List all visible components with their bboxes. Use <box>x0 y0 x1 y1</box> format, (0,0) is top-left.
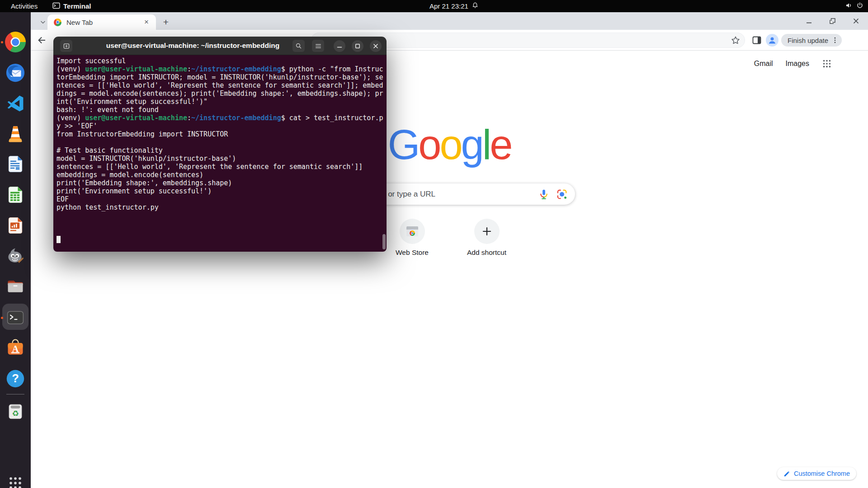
thunderbird-icon <box>5 62 26 83</box>
focused-app-indicator[interactable]: Terminal <box>52 0 91 12</box>
terminal-app-icon <box>52 2 60 10</box>
terminal-line: print('Environment setup successful!') <box>57 187 387 195</box>
terminal-line: embeddings = model.encode(sentences) <box>57 171 387 179</box>
tab-strip: New Tab × + <box>31 12 868 30</box>
activities-button[interactable]: Activities <box>11 0 38 12</box>
ubuntu-dock: A ? ♻ <box>0 12 31 488</box>
tab-new-tab[interactable]: New Tab × <box>47 14 156 30</box>
libreoffice-writer-icon <box>5 154 25 174</box>
help-icon: ? <box>5 369 25 389</box>
shortcut-label: Add shortcut <box>467 249 506 257</box>
close-window-icon[interactable] <box>850 15 862 27</box>
dock-item-vlc[interactable] <box>5 123 26 145</box>
terminal-scrollbar-thumb[interactable] <box>382 234 386 249</box>
terminal-line: ntences = [['Hello world', 'Represent th… <box>57 81 387 89</box>
dock-item-gimp[interactable] <box>5 245 26 267</box>
browser-window-controls <box>803 14 862 28</box>
dock-item-libreoffice-writer[interactable] <box>5 153 26 175</box>
activities-label: Activities <box>11 2 38 10</box>
customise-chrome-button[interactable]: Customise Chrome <box>777 467 856 480</box>
customise-chrome-label: Customise Chrome <box>794 470 850 477</box>
svg-text:♻: ♻ <box>12 409 19 418</box>
system-status-area[interactable] <box>845 0 863 12</box>
terminal-line: print('Embedding shape:', embeddings.sha… <box>57 179 387 187</box>
voice-search-mic-icon[interactable] <box>538 188 550 200</box>
terminal-line <box>57 220 387 228</box>
terminal-line: bash: !': event not found <box>57 106 387 114</box>
google-apps-grid-icon[interactable] <box>822 59 832 69</box>
profile-avatar[interactable] <box>766 34 778 47</box>
terminal-line: (venv) user@user-virtual-machine:~/instr… <box>57 114 387 122</box>
tab-close-icon[interactable]: × <box>142 17 151 27</box>
app-grid-icon <box>6 474 24 488</box>
google-lens-icon[interactable] <box>556 188 568 200</box>
new-tab-button[interactable]: + <box>160 16 172 28</box>
shortcut-add[interactable]: Add shortcut <box>462 219 512 257</box>
dock-item-files[interactable] <box>5 276 26 297</box>
terminal-line: torEmbedding import INSTRUCTOR; model = … <box>57 73 387 81</box>
chrome-running-indicator <box>1 41 3 43</box>
terminal-line: int('Environment setup successful!')" <box>57 98 387 106</box>
dock-item-libreoffice-impress[interactable] <box>5 215 26 236</box>
terminal-titlebar[interactable]: user@user-virtual-machine: ~/instructor-… <box>53 37 387 55</box>
shortcut-web-store[interactable]: Web Store <box>387 219 438 257</box>
chrome-favicon-icon <box>54 19 61 26</box>
dock-item-thunderbird[interactable] <box>5 62 26 84</box>
terminal-maximize-icon[interactable] <box>352 40 363 52</box>
maximize-icon[interactable] <box>826 15 838 27</box>
images-link[interactable]: Images <box>786 60 809 68</box>
pencil-icon <box>783 470 790 477</box>
gimp-icon <box>5 246 25 266</box>
volume-icon <box>845 2 853 10</box>
google-logo-letter: o <box>439 122 461 168</box>
terminal-window: user@user-virtual-machine: ~/instructor-… <box>53 37 387 252</box>
terminal-search-icon[interactable] <box>292 40 305 52</box>
dock-item-app-grid[interactable] <box>5 472 26 488</box>
terminal-line: Import successful <box>57 57 387 65</box>
dock-item-trash[interactable]: ♻ <box>5 400 26 422</box>
minimize-icon[interactable] <box>803 15 815 27</box>
terminal-line: EOF <box>57 195 387 203</box>
terminal-close-icon[interactable] <box>370 40 382 52</box>
dock-item-help[interactable]: ? <box>5 368 26 389</box>
terminal-line: (venv) user@user-virtual-machine:~/instr… <box>57 65 387 73</box>
terminal-line: sentences = [['Hello world', 'Represent … <box>57 163 387 171</box>
add-shortcut-plus-icon <box>474 219 500 244</box>
back-icon[interactable] <box>36 35 47 46</box>
dock-item-vscode[interactable] <box>5 93 26 114</box>
terminal-output[interactable]: Import successful(venv) user@user-virtua… <box>53 55 387 252</box>
bookmark-star-icon[interactable] <box>731 35 741 45</box>
terminal-line <box>57 228 387 236</box>
finish-update-button[interactable]: Finish update <box>781 34 842 47</box>
chrome-icon <box>5 32 26 52</box>
trash-icon: ♻ <box>6 402 25 421</box>
terminal-title: user@user-virtual-machine: ~/instructor-… <box>103 42 283 50</box>
side-panel-icon[interactable] <box>751 35 762 46</box>
terminal-line: y >> 'EOF' <box>57 122 387 130</box>
terminal-line: # Test basic functionality <box>57 146 387 155</box>
google-logo-letter: l <box>482 122 490 168</box>
gmail-link[interactable]: Gmail <box>754 60 773 68</box>
terminal-dock-icon <box>5 308 25 328</box>
web-store-icon <box>400 219 425 244</box>
clock-menu[interactable]: Apr 21 23:21 <box>429 0 479 12</box>
terminal-new-tab-icon[interactable] <box>60 40 72 52</box>
tab-label: New Tab <box>66 19 142 26</box>
libreoffice-calc-icon <box>5 185 25 205</box>
kebab-menu-icon[interactable] <box>831 36 839 44</box>
dock-item-chrome[interactable] <box>5 31 26 53</box>
dock-item-libreoffice-calc[interactable] <box>5 184 26 206</box>
google-logo-letter: g <box>461 122 482 168</box>
files-icon <box>5 277 25 296</box>
dock-item-terminal[interactable] <box>5 307 26 328</box>
terminal-menu-icon[interactable] <box>312 40 324 52</box>
terminal-minimize-icon[interactable] <box>334 40 345 52</box>
google-logo-letter: o <box>418 122 439 168</box>
ubuntu-software-icon: A <box>5 338 25 358</box>
notification-bell-icon <box>472 2 479 10</box>
terminal-line: from InstructorEmbedding import INSTRUCT… <box>57 130 387 138</box>
libreoffice-impress-icon <box>5 216 25 235</box>
terminal-line <box>57 138 387 146</box>
vscode-icon <box>5 94 25 113</box>
dock-item-ubuntu-software[interactable]: A <box>5 337 26 359</box>
